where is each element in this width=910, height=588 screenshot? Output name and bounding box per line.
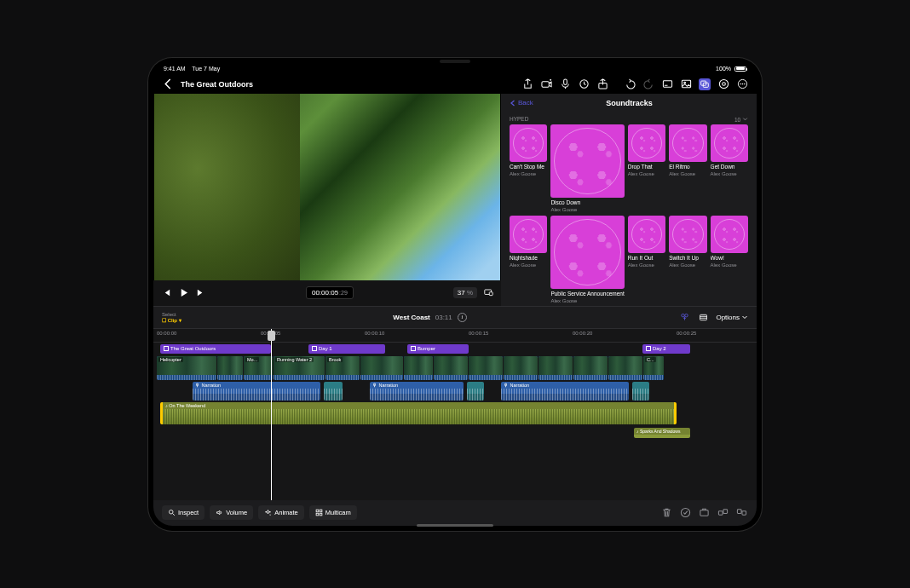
- auto-enhance-icon[interactable]: [678, 311, 690, 323]
- connect-right-icon[interactable]: [734, 506, 748, 520]
- voiceover-icon[interactable]: [717, 78, 729, 90]
- video-track: HelicopterMo...Running Water 2BrookC...: [157, 356, 753, 380]
- video-clip[interactable]: [360, 356, 403, 380]
- multicam-button[interactable]: Multicam: [309, 505, 357, 520]
- video-clip[interactable]: Mo...: [244, 356, 273, 380]
- marker-icon[interactable]: [578, 78, 590, 90]
- video-clip[interactable]: C...: [643, 356, 664, 380]
- soundtrack-name: Drop That: [628, 164, 665, 170]
- timecode-display[interactable]: 00:00:05:29: [306, 286, 354, 299]
- video-clip[interactable]: [217, 356, 243, 380]
- more-icon[interactable]: [736, 78, 748, 90]
- video-preview[interactable]: [154, 94, 500, 280]
- volume-button[interactable]: Volume: [210, 505, 253, 520]
- display-icon[interactable]: [482, 287, 494, 299]
- connect-left-icon[interactable]: [716, 506, 729, 520]
- time-ruler[interactable]: 00:00:0000:00:0500:00:1000:00:1500:00:20…: [153, 329, 757, 343]
- soundtrack-item[interactable]: El Ritmo Alex Goose: [669, 124, 706, 212]
- video-clip[interactable]: Helicopter: [157, 356, 216, 380]
- video-clip[interactable]: [404, 356, 433, 380]
- title-clip[interactable]: Bumper: [407, 344, 469, 354]
- media-browser: Back Soundtracks HYPED10 Can't Stop Me A…: [501, 94, 757, 306]
- video-clip[interactable]: Running Water 2: [274, 356, 325, 380]
- soundtrack-name: Switch It Up: [669, 255, 706, 261]
- photos-icon[interactable]: [680, 78, 692, 90]
- upper-panel: 00:00:05:29 37 % Back: [153, 94, 757, 307]
- video-clip[interactable]: [573, 356, 608, 380]
- soundtrack-item[interactable]: Nightshade Alex Goose: [510, 216, 547, 303]
- export-icon[interactable]: [596, 78, 608, 90]
- soundtrack-item[interactable]: Disco Down Alex Goose: [550, 124, 624, 212]
- svg-point-20: [170, 510, 174, 515]
- clip-fwd-icon[interactable]: [642, 78, 654, 90]
- soundtrack-item[interactable]: Can't Stop Me Alex Goose: [510, 124, 547, 212]
- soundtrack-thumb: [628, 216, 665, 253]
- playhead[interactable]: [271, 329, 272, 500]
- audio-clip[interactable]: [467, 382, 484, 401]
- timeline-header: Select ☐ Clip ▾ West Coast 03:11 i Optio…: [153, 307, 757, 329]
- clip-back-icon[interactable]: [624, 78, 636, 90]
- video-clip[interactable]: [608, 356, 642, 380]
- soundtrack-item[interactable]: Run It Out Alex Goose: [628, 216, 665, 303]
- browser-body[interactable]: HYPED10 Can't Stop Me Alex Goose Disco D…: [501, 112, 757, 306]
- video-clip[interactable]: Brook: [325, 356, 360, 380]
- music-clip[interactable]: ♪ Sparks And Shadows: [634, 428, 690, 438]
- video-clip[interactable]: [469, 356, 503, 380]
- skip-back-icon[interactable]: [160, 287, 172, 299]
- soundtrack-item[interactable]: Switch It Up Alex Goose: [669, 216, 706, 303]
- svg-rect-23: [316, 513, 319, 516]
- approve-icon[interactable]: [678, 506, 692, 520]
- browser-header: Back Soundtracks: [501, 94, 757, 112]
- music-clip[interactable]: ♪ On The Weekend: [160, 402, 677, 424]
- timeline[interactable]: 00:00:0000:00:0500:00:1000:00:1500:00:20…: [153, 329, 757, 500]
- audio-clip[interactable]: 🎙 Narration: [501, 382, 629, 401]
- transport-bar: 00:00:05:29 37 %: [153, 280, 501, 306]
- video-clip[interactable]: [504, 356, 538, 380]
- title-clip[interactable]: Day 1: [308, 344, 385, 354]
- browser-section-header[interactable]: HYPED10: [501, 112, 757, 124]
- info-icon[interactable]: i: [458, 313, 467, 322]
- zoom-level[interactable]: 37 %: [453, 287, 477, 298]
- tracks: The Great OutdoorsDay 1BumperDay 2 Helic…: [153, 343, 757, 443]
- title-clip[interactable]: Day 2: [642, 344, 690, 354]
- titles-icon[interactable]: [661, 78, 673, 90]
- inspect-button[interactable]: Inspect: [162, 505, 204, 520]
- skip-fwd-icon[interactable]: [194, 287, 206, 299]
- options-button[interactable]: Options: [716, 314, 748, 321]
- clip-name: West Coast: [393, 314, 429, 321]
- audio-clip[interactable]: [324, 382, 343, 401]
- audio-clip[interactable]: 🎙 Narration: [370, 382, 464, 401]
- play-button[interactable]: [177, 287, 189, 299]
- browser-back-button[interactable]: Back: [510, 99, 533, 107]
- media-overlay-icon[interactable]: [699, 78, 711, 90]
- soundtrack-item[interactable]: Drop That Alex Goose: [628, 124, 665, 212]
- title-clip[interactable]: The Great Outdoors: [160, 344, 271, 354]
- soundtrack-artist: Alex Goose: [628, 262, 665, 268]
- trash-icon[interactable]: [659, 506, 673, 520]
- back-button[interactable]: [162, 78, 174, 90]
- animate-button[interactable]: Animate: [258, 505, 304, 520]
- audio-clip[interactable]: [632, 382, 649, 401]
- device-camera: [440, 60, 470, 63]
- soundtrack-item[interactable]: Get Down Alex Goose: [711, 124, 748, 212]
- svg-point-10: [722, 83, 725, 86]
- selection-indicator[interactable]: Select ☐ Clip ▾: [162, 312, 181, 323]
- svg-rect-27: [718, 511, 723, 516]
- svg-rect-21: [316, 510, 319, 512]
- audio-clip[interactable]: 🎙 Narration: [193, 382, 320, 401]
- mic-icon[interactable]: [559, 78, 571, 90]
- audio-track: 🎙 Narration🎙 Narration🎙 Narration: [157, 382, 753, 401]
- tools-icon[interactable]: [697, 506, 711, 520]
- home-indicator[interactable]: [417, 524, 493, 526]
- video-clip[interactable]: [539, 356, 573, 380]
- soundtrack-artist: Alex Goose: [550, 298, 624, 303]
- video-clip[interactable]: [434, 356, 468, 380]
- soundtrack-item[interactable]: Public Service Announcement Alex Goose: [550, 216, 624, 303]
- soundtrack-artist: Alex Goose: [711, 171, 748, 176]
- status-date: Tue 7 May: [192, 66, 220, 72]
- share-icon[interactable]: [521, 78, 533, 90]
- camera-plus-icon[interactable]: [540, 78, 552, 90]
- index-icon[interactable]: [697, 311, 709, 323]
- soundtrack-item[interactable]: Wow! Alex Goose: [711, 216, 748, 303]
- svg-rect-24: [320, 513, 322, 516]
